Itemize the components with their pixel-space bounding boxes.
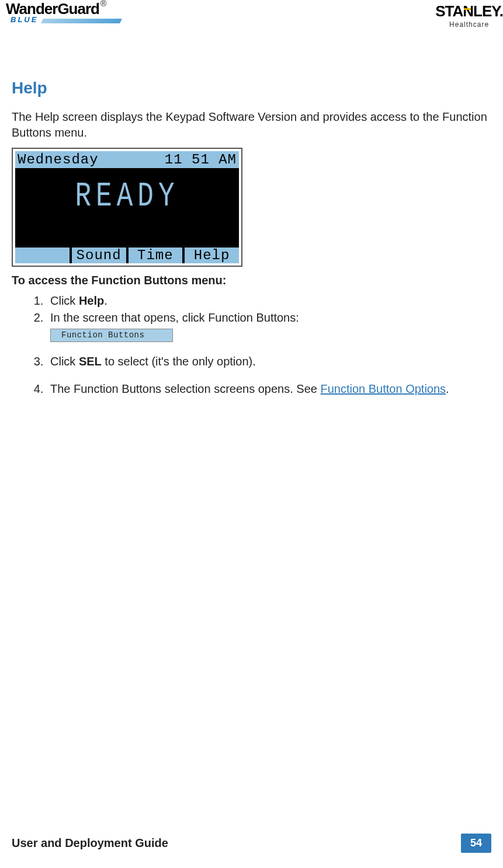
page-header: WanderGuard® BLUE STANLEY. Healthcare [0, 0, 503, 29]
keypad-day: Wednesday [18, 152, 99, 168]
logo-right-name: STANLEY. [435, 2, 503, 20]
keypad-time: 11 51 AM [165, 152, 237, 168]
page-footer: User and Deployment Guide 54 [12, 834, 491, 853]
function-buttons-badge: Function Buttons [50, 329, 173, 342]
intro-text: The Help screen displays the Keypad Soft… [12, 109, 491, 141]
keypad-status: READY [15, 176, 239, 216]
wanderguard-logo: WanderGuard® BLUE [6, 0, 106, 18]
keypad-softkeys: Sound Time Help [15, 247, 239, 263]
logo-right-sub: Healthcare [435, 20, 503, 29]
registered-icon: ® [100, 0, 106, 8]
softkey-1 [15, 247, 72, 263]
step-3: Click SEL to select (it's the only optio… [47, 354, 491, 369]
softkey-help: Help [185, 247, 239, 263]
logo-bar-icon [41, 19, 122, 23]
section-title: Help [12, 79, 491, 97]
softkey-time: Time [129, 247, 185, 263]
instructions-list: Click Help. In the screen that opens, cl… [47, 293, 491, 397]
stanley-logo: STANLEY. Healthcare [435, 2, 503, 29]
softkey-sound: Sound [72, 247, 129, 263]
logo-left-sub: BLUE [11, 15, 38, 24]
instructions-heading: To access the Function Buttons menu: [12, 274, 491, 287]
page-number: 54 [461, 834, 491, 853]
step-2: In the screen that opens, click Function… [47, 310, 491, 342]
function-button-options-link[interactable]: Function Button Options [321, 382, 446, 395]
step-4: The Function Buttons selection screens o… [47, 381, 491, 397]
main-content: Help The Help screen displays the Keypad… [0, 29, 503, 397]
footer-title: User and Deployment Guide [12, 836, 168, 850]
step-1: Click Help. [47, 293, 491, 309]
keypad-screenshot: Wednesday 11 51 AM READY Sound Time Help [12, 148, 242, 267]
